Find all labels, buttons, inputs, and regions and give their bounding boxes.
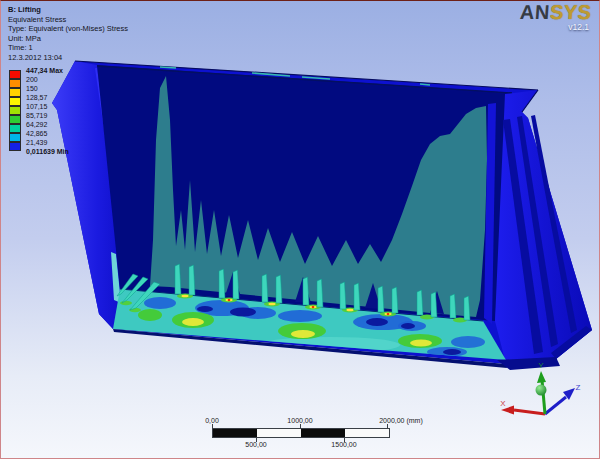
ruler-label-1000: 1000,00 [287,417,312,424]
ruler-label-1500: 1500,00 [331,441,356,448]
legend-label: 150 [26,85,38,92]
legend-swatch [9,124,21,133]
x-axis[interactable] [514,410,545,414]
ansys-logo: ANSYS v12.1 [520,2,591,32]
legend-swatch [9,70,21,79]
container-model[interactable] [52,61,592,370]
ruler-label-2000: 2000,00 (mm) [379,417,423,424]
y-axis-arrowhead[interactable] [537,371,546,383]
ansys-logo-text: ANSYS [519,2,592,22]
ruler-segment [257,429,301,437]
analysis-line: Equivalent Stress [8,15,128,25]
ansys-mechanical-viewport-window: X Y Z B: Lifting Equivalent Stress Type:… [0,0,600,459]
ruler-segment [345,429,389,437]
legend-label: 21,439 [26,139,47,146]
legend-label: 200 [26,76,38,83]
legend-swatch [9,97,21,106]
model-viewport[interactable]: X Y Z [0,0,600,459]
legend-label: 128,57 [26,94,47,101]
legend-label: 64,292 [26,121,47,128]
y-axis-label: Y [538,361,544,370]
analysis-info-block: B: Lifting Equivalent Stress Type: Equiv… [8,5,128,62]
ruler-segment [301,429,345,437]
legend-label: 42,865 [26,130,47,137]
scale-ruler [212,428,390,438]
ruler-label-500: 500,00 [245,441,266,448]
stress-legend: 447,34 Max 200 150 128,57 107,15 85,719 … [9,70,119,170]
x-axis-label: X [500,399,506,408]
legend-swatch [9,88,21,97]
legend-swatch [9,106,21,115]
legend-swatch [9,142,21,151]
analysis-timestamp: 12.3.2012 13:04 [8,53,128,63]
z-axis[interactable] [545,397,566,414]
legend-label: 85,719 [26,112,47,119]
analysis-line: Unit: MPa [8,34,128,44]
y-axis-ball[interactable] [536,385,547,396]
ruler-label-0: 0,00 [205,417,219,424]
ansys-version: v12.1 [520,23,589,32]
analysis-line: Type: Equivalent (von-Mises) Stress [8,24,128,34]
logo-an: AN [519,1,550,23]
legend-label: 107,15 [26,103,47,110]
legend-swatch [9,115,21,124]
legend-min-label: 0,011639 Min [26,148,69,155]
z-axis-label: Z [576,383,581,392]
legend-max-label: 447,34 Max [26,67,63,74]
analysis-title: B: Lifting [8,5,128,15]
ruler-segment [213,429,257,437]
analysis-line: Time: 1 [8,43,128,53]
legend-swatch [9,133,21,142]
legend-swatch [9,79,21,88]
logo-sys: SYS [549,1,592,23]
